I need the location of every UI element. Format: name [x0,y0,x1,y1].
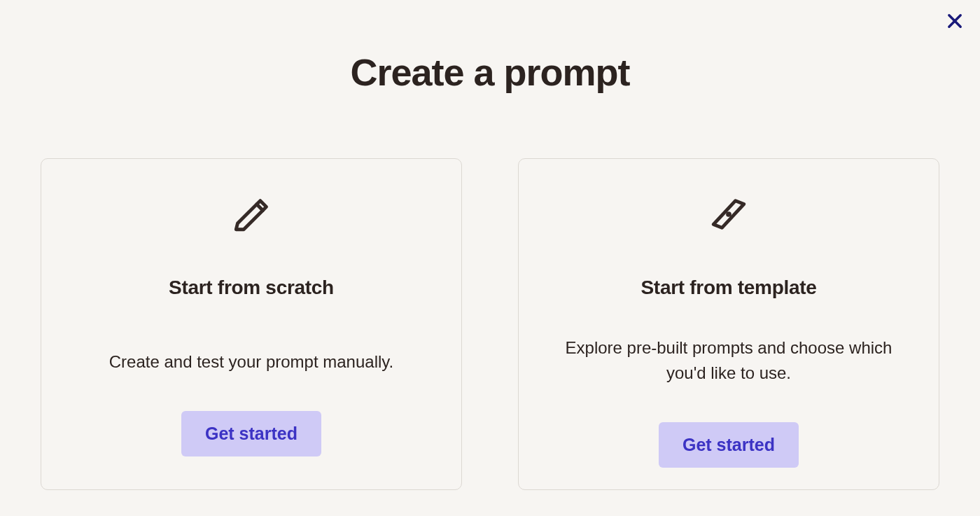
card-start-from-template: Start from template Explore pre-built pr… [518,158,939,490]
close-icon [945,11,965,34]
compass-icon [708,194,749,235]
card-description: Create and test your prompt manually. [109,349,393,375]
card-title: Start from template [640,277,816,299]
card-description: Explore pre-built prompts and choose whi… [547,335,911,386]
card-start-from-scratch: Start from scratch Create and test your … [41,158,462,490]
close-button[interactable] [942,10,967,35]
pencil-icon [231,194,272,235]
cards-row: Start from scratch Create and test your … [41,158,939,490]
svg-point-3 [726,211,732,217]
card-title: Start from scratch [169,277,334,299]
page-title: Create a prompt [350,50,629,94]
get-started-template-button[interactable]: Get started [659,422,799,468]
modal-container: Create a prompt Start from scratch Creat… [0,0,980,490]
get-started-scratch-button[interactable]: Get started [181,411,321,456]
